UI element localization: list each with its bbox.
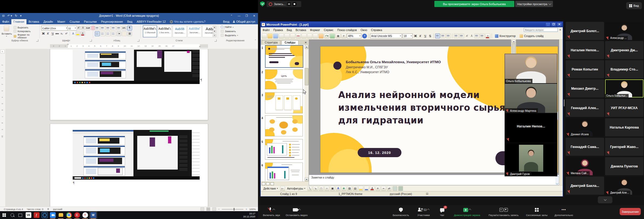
menu-help[interactable]: Справка xyxy=(369,28,384,32)
zoom-select[interactable]: 48%▾ xyxy=(347,33,361,38)
participant-tile[interactable]: УИТ РГАУ-МСХА xyxy=(605,99,643,117)
underline-button[interactable]: Ч xyxy=(51,31,55,36)
participant-tile[interactable]: Дмитрий Бакла... xyxy=(566,177,604,195)
menubar-close-icon[interactable]: ✕ xyxy=(558,28,563,31)
ppt-minimize-button[interactable]: _ xyxy=(545,22,551,27)
style-heading2[interactable]: АаБбВвГ Заголово... xyxy=(187,25,202,37)
select-button[interactable]: Выделить▾ xyxy=(221,34,238,37)
font-dialog-launcher-icon[interactable] xyxy=(90,39,92,42)
participant-tile-active-speaker[interactable]: Ольга Бобыльк... xyxy=(605,79,643,97)
embedded-screenshot-1[interactable] xyxy=(73,50,200,84)
taskbar-app-opera[interactable]: C xyxy=(73,211,81,219)
restore-button[interactable]: ❐ xyxy=(243,14,250,17)
decrease-indent-icon[interactable] xyxy=(474,33,479,38)
meeting-security-shield-icon[interactable] xyxy=(260,1,265,6)
thumbnails-scrollbar[interactable] xyxy=(304,45,309,181)
align-right-icon[interactable] xyxy=(446,33,451,38)
powerpoint-titlebar[interactable]: P Microsoft PowerPoint - [1.ppt] _ ❐ ✕ xyxy=(261,22,563,27)
video-tile-gurov[interactable]: Дмитрий Гуров xyxy=(505,143,557,176)
pane-close-icon[interactable]: ✕ xyxy=(303,41,308,45)
security-button[interactable]: Безопасность xyxy=(390,207,412,218)
font-name-select[interactable]: Calibri (Осн▾ xyxy=(41,26,68,31)
menu-window[interactable]: Окно xyxy=(359,28,369,32)
participant-tile[interactable]: Наталья Карпова xyxy=(605,118,643,136)
print-icon[interactable] xyxy=(284,33,290,39)
participant-tile[interactable]: Александр ... xyxy=(605,22,643,40)
zoom-out-icon[interactable]: − xyxy=(218,208,220,211)
taskbar-clock[interactable]: 15:17 16.12.2020 xyxy=(243,212,258,218)
decrease-indent-icon[interactable] xyxy=(111,26,116,31)
scroll-down-icon[interactable] xyxy=(305,177,308,181)
normal-view-icon[interactable] xyxy=(262,182,265,185)
diagram-icon[interactable]: ❀ xyxy=(341,186,346,191)
fill-color-icon[interactable] xyxy=(358,186,363,191)
font-size-select[interactable]: 18▾ xyxy=(403,33,413,38)
participant-tile[interactable]: Геннадий Алек... xyxy=(566,99,604,117)
wordart-icon[interactable]: A xyxy=(336,186,341,191)
tab-home[interactable]: Главная xyxy=(11,19,26,24)
participant-tile[interactable]: Дмитрий Але... xyxy=(605,177,643,195)
tab-mailings[interactable]: Рассылки xyxy=(82,19,99,24)
picture-icon[interactable]: ▤ xyxy=(353,186,358,191)
shadow-style-icon[interactable] xyxy=(393,186,397,191)
document-area[interactable]: L 2 1 1 2 3 4 5 6 7 8 9 10 xyxy=(0,49,258,207)
zoom-slider[interactable] xyxy=(222,209,243,210)
slide-thumbnail-2[interactable]: Цель xyxy=(265,69,303,89)
word-titlebar[interactable]: ⊟ ↶ ▾ ↻ ▾ Документ1 - Word (Сбой активац… xyxy=(0,13,258,18)
research-icon[interactable] xyxy=(301,33,307,39)
text-effects-button[interactable]: А xyxy=(71,31,75,36)
clipart-icon[interactable]: ▨ xyxy=(347,186,352,191)
tab-selector[interactable]: L xyxy=(1,49,5,53)
menu-edit[interactable]: Правка xyxy=(271,28,285,32)
print-preview-icon[interactable] xyxy=(290,33,295,39)
copy-button[interactable]: Копировать xyxy=(14,30,31,33)
increase-indent-icon[interactable] xyxy=(480,33,485,38)
italic-button[interactable]: К xyxy=(418,34,422,38)
participant-tile[interactable]: Владиммр Сто... xyxy=(605,60,643,78)
actions-menu-button[interactable]: Действия▾ xyxy=(262,186,279,191)
align-center-icon[interactable] xyxy=(441,33,445,38)
arrow-style-icon[interactable]: ⇄ xyxy=(387,186,392,191)
stop-recording-button[interactable] xyxy=(293,2,296,6)
paste-button[interactable]: Вставить ▾ xyxy=(2,25,11,37)
vertical-ruler[interactable]: L 2 1 1 2 3 4 5 6 7 8 9 10 xyxy=(0,49,6,207)
show-grid-icon[interactable]: # xyxy=(341,33,346,39)
slide-thumbnail-5[interactable] xyxy=(265,139,303,160)
spellcheck-book-icon[interactable]: 🕮 xyxy=(426,192,428,195)
slide-thumbnail-4[interactable] xyxy=(265,115,303,136)
close-button[interactable]: ✕ xyxy=(250,14,258,17)
align-left-icon[interactable] xyxy=(95,31,100,36)
participant-tile[interactable]: Геннадий Сама... xyxy=(566,138,604,156)
participant-tile[interactable]: Даниил Исаев xyxy=(566,118,604,136)
underline-button[interactable]: Ч xyxy=(423,34,427,38)
document-page-1[interactable]: ¶ xyxy=(50,49,208,120)
paste-icon[interactable] xyxy=(313,33,318,39)
menu-file[interactable]: Файл xyxy=(261,28,271,32)
help-icon[interactable]: ? xyxy=(362,33,367,39)
align-right-icon[interactable] xyxy=(106,31,110,36)
participant-tile[interactable]: Милана Сай... xyxy=(566,157,604,175)
web-layout-icon[interactable] xyxy=(212,207,216,211)
ribbon-display-options-icon[interactable]: ⌃ xyxy=(228,14,235,17)
chat-button[interactable]: 2 Чат xyxy=(435,207,449,218)
open-icon[interactable] xyxy=(267,33,273,39)
gallery-scroll-down-button[interactable] xyxy=(598,196,612,203)
read-mode-icon[interactable] xyxy=(200,207,204,211)
font-color-icon[interactable]: А xyxy=(370,186,375,191)
end-meeting-button[interactable]: Завершение xyxy=(620,208,641,215)
pause-stop-recording-button[interactable]: Пауза/остановить запись xyxy=(485,207,522,218)
numbering-icon[interactable] xyxy=(454,33,459,38)
menu-format[interactable]: Формат xyxy=(308,28,322,32)
new-icon[interactable] xyxy=(262,33,267,39)
autoshapes-menu-button[interactable]: Автофигуры▾ xyxy=(286,186,307,191)
tab-layout[interactable]: Макет xyxy=(55,19,68,24)
designer-button[interactable]: Конструктор xyxy=(493,33,517,39)
participant-tile[interactable]: Дмитрий Болот... xyxy=(566,22,604,40)
rectangle-icon[interactable]: □ xyxy=(319,186,324,191)
scrollbar-thumb[interactable] xyxy=(305,68,308,85)
more-button[interactable]: ••• Дополнительно xyxy=(551,207,576,218)
tab-insert[interactable]: Вставка xyxy=(26,19,41,24)
taskbar-search-button[interactable] xyxy=(8,211,16,219)
pause-recording-button[interactable] xyxy=(287,2,291,6)
font-name-select[interactable]: Arial Unicode MS▾ xyxy=(370,33,402,38)
